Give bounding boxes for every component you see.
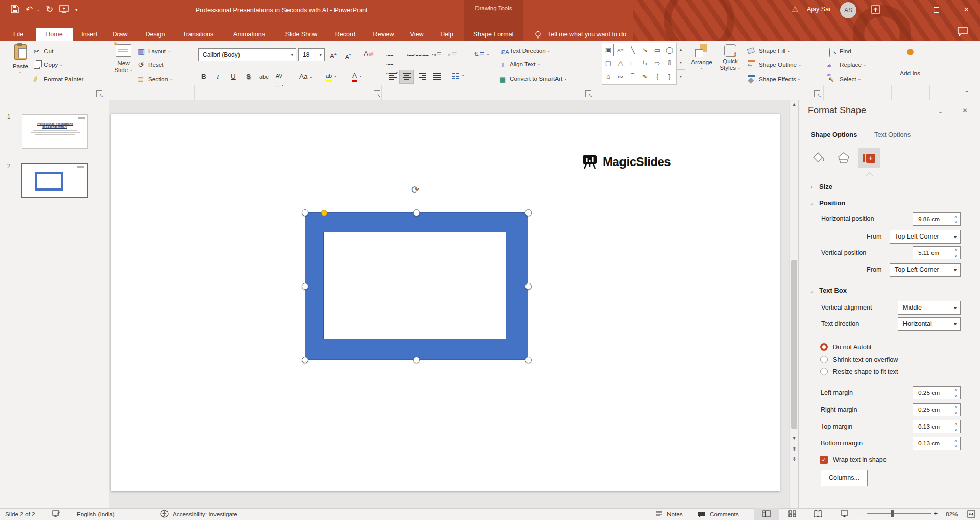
- underline-button[interactable]: U: [231, 72, 236, 81]
- shape-fill-button[interactable]: Shape Fill: [759, 46, 791, 55]
- language-indicator[interactable]: English (India): [77, 511, 115, 517]
- tab-help[interactable]: Help: [433, 28, 461, 41]
- copy-button[interactable]: Copy: [44, 61, 63, 69]
- adjust-handle[interactable]: [321, 210, 327, 216]
- grow-font-button[interactable]: A▴: [330, 49, 337, 61]
- tab-draw[interactable]: Draw: [105, 28, 135, 41]
- layout-icon[interactable]: [138, 47, 145, 55]
- vertical-position-field[interactable]: 5.11 cm: [913, 246, 961, 259]
- shape-elbow-connector[interactable]: ∟: [627, 57, 639, 70]
- shape-text-box[interactable]: A≡: [614, 43, 627, 57]
- drawing-dialog-launcher[interactable]: [814, 90, 820, 97]
- textbox-collapse-icon[interactable]: ⌄: [810, 288, 814, 294]
- shape-freeform[interactable]: ⌂: [602, 70, 614, 83]
- notes-icon[interactable]: [656, 511, 663, 517]
- customize-qat-icon[interactable]: ▾: [75, 7, 78, 12]
- radio-do-not-autofit[interactable]: [820, 343, 828, 351]
- left-margin-field[interactable]: 0.25 cm: [913, 386, 961, 399]
- shape-arc[interactable]: ⌒: [627, 70, 639, 83]
- tab-insert[interactable]: Insert: [75, 28, 104, 41]
- zoom-in-button[interactable]: +: [934, 509, 938, 517]
- columns-dialog-button[interactable]: Columns...: [821, 470, 868, 486]
- bullets-button[interactable]: [386, 49, 399, 76]
- avatar[interactable]: AS: [840, 2, 856, 18]
- next-slide-icon[interactable]: ⇟: [790, 456, 799, 462]
- shape-rectangle[interactable]: ▭: [651, 43, 663, 57]
- wrap-text-label[interactable]: Wrap text in shape: [833, 456, 887, 463]
- size-expand-icon[interactable]: ›: [811, 184, 812, 190]
- tab-review[interactable]: Review: [366, 28, 401, 41]
- change-case-button[interactable]: Aa: [299, 72, 313, 81]
- shape-elbow-arrow-connector[interactable]: ↳: [639, 57, 651, 70]
- columns-button-ribbon[interactable]: [452, 73, 465, 79]
- comment-bubble-icon[interactable]: [957, 27, 968, 37]
- magicslides-logo[interactable]: MagicSlides: [581, 154, 671, 170]
- gallery-more-icon[interactable]: ▼: [677, 69, 685, 83]
- bottom-margin-field[interactable]: 0.13 cm: [913, 437, 961, 450]
- previous-slide-icon[interactable]: ⇞: [790, 446, 799, 453]
- undo-icon[interactable]: ↶: [26, 5, 33, 14]
- gallery-scroll-up-icon[interactable]: ▲: [677, 43, 685, 56]
- tab-slide-show[interactable]: Slide Show: [276, 28, 326, 41]
- shrink-font-button[interactable]: A▾: [345, 50, 351, 61]
- selection-handle[interactable]: [525, 283, 532, 290]
- reset-icon[interactable]: [138, 61, 144, 69]
- reset-button[interactable]: Reset: [148, 61, 164, 69]
- start-slideshow-icon[interactable]: [59, 5, 69, 14]
- fill-line-icon[interactable]: [807, 148, 829, 168]
- tab-shape-format[interactable]: Shape Format: [464, 28, 523, 41]
- align-center-button[interactable]: [399, 70, 414, 84]
- shape-line[interactable]: ╲: [627, 43, 639, 57]
- find-icon[interactable]: [829, 48, 830, 57]
- font-size-combo[interactable]: 18: [298, 48, 325, 61]
- panel-collapse-icon[interactable]: ⌄: [938, 107, 943, 115]
- restore-button[interactable]: [924, 0, 948, 19]
- panel-tab-shape-options[interactable]: Shape Options: [811, 131, 857, 138]
- save-icon[interactable]: [10, 5, 19, 14]
- vertical-alignment-dropdown[interactable]: Middle: [898, 301, 961, 315]
- shape-gallery-scrollbar[interactable]: ▲ ▼ ▼: [676, 43, 685, 84]
- from-dropdown[interactable]: Top Left Corner: [890, 263, 961, 277]
- accessibility-status[interactable]: Accessibility: Investigate: [173, 511, 237, 517]
- selection-handle[interactable]: [525, 357, 532, 363]
- selection-handle[interactable]: [302, 357, 308, 363]
- fit-to-window-icon[interactable]: [967, 510, 975, 518]
- zoom-slider-track[interactable]: [867, 513, 931, 514]
- font-color-button[interactable]: A: [352, 71, 362, 82]
- tab-home[interactable]: Home: [36, 28, 73, 41]
- cut-icon[interactable]: [34, 47, 40, 55]
- selection-handle[interactable]: [525, 209, 532, 216]
- do-not-autofit-label[interactable]: Do not Autofit: [833, 344, 872, 351]
- section-button[interactable]: Section: [148, 75, 173, 83]
- text-direction-button[interactable]: Text Direction: [510, 46, 551, 55]
- undo-dropdown-icon[interactable]: ⌄: [37, 8, 40, 12]
- tab-record[interactable]: Record: [327, 28, 363, 41]
- close-button[interactable]: ✕: [953, 0, 980, 19]
- add-ins-button[interactable]: Add-ins: [893, 44, 927, 76]
- shape-effects-button[interactable]: Shape Effects: [759, 75, 801, 83]
- section-position[interactable]: Position: [819, 199, 845, 207]
- layout-button[interactable]: Layout: [148, 47, 171, 55]
- bold-button[interactable]: B: [201, 72, 206, 81]
- view-reading-button[interactable]: [809, 508, 826, 520]
- shape-triangle[interactable]: △: [614, 57, 627, 70]
- quick-styles-button[interactable]: Quick Styles: [716, 44, 745, 71]
- paste-button[interactable]: Paste ⌄: [6, 44, 35, 74]
- text-direction-icon[interactable]: [500, 46, 509, 56]
- font-name-combo[interactable]: Calibri (Body): [198, 48, 296, 61]
- arrange-button[interactable]: Arrange ⌄: [688, 44, 715, 70]
- size-properties-icon[interactable]: +: [858, 148, 880, 168]
- tell-me-box[interactable]: Tell me what you want to do: [547, 31, 626, 38]
- canvas-scrollbar[interactable]: ▲ ▼ ⇞ ⇟: [789, 100, 799, 508]
- view-slide-sorter-button[interactable]: [783, 508, 801, 520]
- smartart-icon[interactable]: [499, 75, 506, 84]
- shape-curve[interactable]: ∿: [639, 70, 651, 83]
- section-text-box[interactable]: Text Box: [819, 287, 847, 294]
- clear-formatting-button[interactable]: A: [364, 49, 373, 58]
- panel-tab-text-options[interactable]: Text Options: [874, 131, 911, 138]
- selected-shape[interactable]: [305, 212, 528, 360]
- shape-right-brace[interactable]: }: [663, 70, 676, 83]
- paste-dropdown-icon[interactable]: ⌄: [6, 69, 35, 74]
- position-collapse-icon[interactable]: ⌄: [810, 200, 814, 206]
- copy-icon[interactable]: [34, 62, 40, 69]
